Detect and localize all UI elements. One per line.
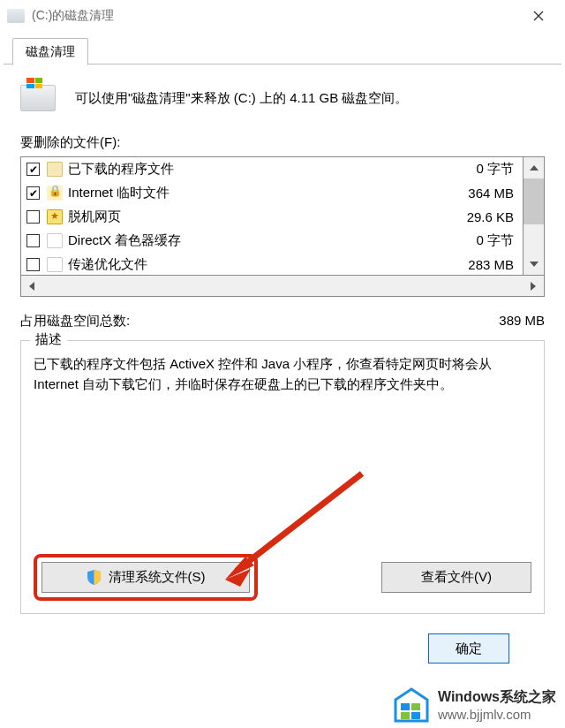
scroll-right-button[interactable] [523,276,544,296]
disk-cleanup-icon [20,85,56,111]
horizontal-scrollbar[interactable] [20,276,545,297]
file-name: 传递优化文件 [68,256,468,273]
scroll-thumb[interactable] [524,178,544,224]
description-group: 描述 已下载的程序文件包括 ActiveX 控件和 Java 小程序，你查看特定… [20,340,545,614]
vertical-scrollbar[interactable] [524,156,545,276]
files-to-delete-label: 要删除的文件(F): [20,134,545,151]
highlight-annotation: 清理系统文件(S) [34,554,258,601]
description-text: 已下载的程序文件包括 ActiveX 控件和 Java 小程序，你查看特定网页时… [34,353,531,395]
total-label: 占用磁盘空间总数: [20,313,130,330]
clean-system-files-button[interactable]: 清理系统文件(S) [41,562,250,593]
view-files-button[interactable]: 查看文件(V) [381,562,531,593]
group-legend: 描述 [30,331,67,348]
scroll-track[interactable] [42,276,523,296]
checkbox[interactable] [26,258,40,271]
file-size: 364 MB [468,186,517,201]
list-item[interactable]: DirectX 着色器缓存 0 字节 [21,229,523,253]
scroll-down-button[interactable] [524,254,544,275]
favorites-icon [47,209,63,224]
watermark-icon [392,687,431,723]
tab-content: 可以使用"磁盘清理"来释放 (C:) 上的 4.11 GB 磁盘空间。 要删除的… [0,64,565,664]
files-listbox-wrap: 已下载的程序文件 0 字节 Internet 临时文件 364 MB 脱机网页 … [20,156,545,276]
svg-rect-4 [411,712,420,719]
button-label: 查看文件(V) [421,569,492,586]
close-button[interactable] [519,4,558,28]
file-name: 已下载的程序文件 [68,161,476,178]
tab-disk-cleanup[interactable]: 磁盘清理 [12,38,88,65]
list-item[interactable]: 脱机网页 29.6 KB [21,205,523,229]
list-item[interactable]: 传递优化文件 283 MB [21,253,523,277]
lock-icon [47,186,63,201]
shield-icon [87,570,102,585]
window-title: (C:)的磁盘清理 [32,8,114,24]
scroll-up-button[interactable] [524,157,544,178]
list-item[interactable]: Internet 临时文件 364 MB [21,181,523,205]
file-name: Internet 临时文件 [68,185,468,201]
titlebar: (C:)的磁盘清理 [0,0,565,32]
button-label: 清理系统文件(S) [109,569,206,586]
svg-rect-3 [401,712,410,719]
list-item[interactable]: 已下载的程序文件 0 字节 [21,157,523,181]
tab-strip: 磁盘清理 [0,35,565,64]
file-icon [47,257,63,272]
checkbox[interactable] [26,163,40,176]
total-value: 389 MB [499,313,545,330]
intro-row: 可以使用"磁盘清理"来释放 (C:) 上的 4.11 GB 磁盘空间。 [20,85,545,111]
watermark-title: Windows系统之家 [438,688,556,707]
ok-button[interactable]: 确定 [428,633,509,664]
summary-text: 可以使用"磁盘清理"来释放 (C:) 上的 4.11 GB 磁盘空间。 [75,90,408,107]
file-size: 29.6 KB [467,209,517,224]
watermark: Windows系统之家 www.bjjmlv.com [385,682,565,726]
drive-icon [7,9,25,23]
ok-row: 确定 [20,614,545,664]
svg-rect-1 [401,703,410,710]
total-row: 占用磁盘空间总数: 389 MB [20,313,545,330]
button-row: 清理系统文件(S) 查看文件(V) [34,554,531,601]
file-size: 0 字节 [476,232,517,249]
scroll-left-button[interactable] [21,276,42,296]
checkbox[interactable] [26,234,40,247]
watermark-url: www.bjjmlv.com [438,707,556,722]
button-label: 确定 [456,641,482,657]
file-name: DirectX 着色器缓存 [68,232,476,249]
checkbox[interactable] [26,186,40,200]
watermark-text: Windows系统之家 www.bjjmlv.com [438,688,556,722]
file-size: 0 字节 [476,161,517,178]
file-name: 脱机网页 [68,209,467,225]
checkbox[interactable] [26,210,40,224]
file-icon [47,233,63,248]
file-size: 283 MB [468,257,517,272]
folder-icon [47,162,63,177]
scroll-track[interactable] [524,224,544,254]
files-listbox[interactable]: 已下载的程序文件 0 字节 Internet 临时文件 364 MB 脱机网页 … [20,156,524,276]
svg-rect-2 [411,703,420,710]
